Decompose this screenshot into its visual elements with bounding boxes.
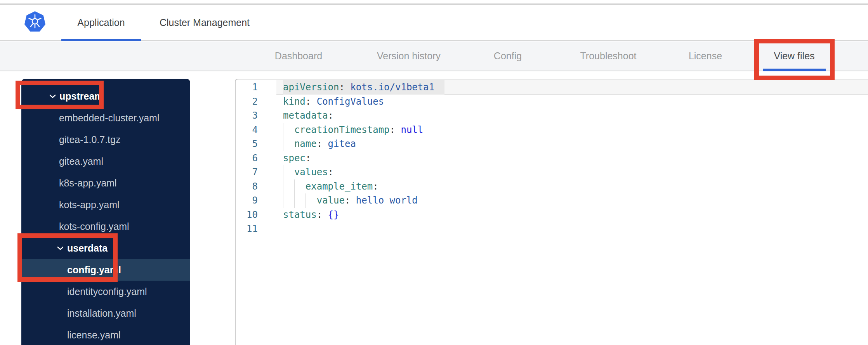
indent-guide	[283, 193, 283, 208]
indent-guide	[294, 193, 295, 208]
line-number: 4	[236, 123, 259, 137]
code-line[interactable]: 7 values:	[236, 165, 868, 179]
tree-file-k8s-app-yaml[interactable]: k8s-app.yaml	[21, 172, 190, 194]
subnav-tab-dashboard[interactable]: Dashboard	[275, 41, 322, 71]
tree-item-label: gitea.yaml	[59, 156, 103, 167]
code-line-content: apiVersion: kots.io/v1beta1	[276, 80, 868, 95]
chevron-down-icon	[49, 94, 56, 98]
tree-folder-upstream[interactable]: upstream	[21, 85, 190, 107]
tree-file-config-yaml[interactable]: config.yaml	[21, 259, 190, 281]
code-line-content: kind: ConfigValues	[283, 95, 868, 109]
code-line[interactable]: 10status: {}	[236, 208, 868, 222]
tree-file-license-yaml[interactable]: license.yaml	[21, 324, 190, 345]
tree-file-kots-config-yaml[interactable]: kots-config.yaml	[21, 216, 190, 237]
code-line[interactable]: 4 creationTimestamp: null	[236, 123, 868, 137]
code-line[interactable]: 6spec:	[236, 151, 868, 166]
line-number: 2	[236, 95, 259, 109]
code-line[interactable]: 8 example_item:	[236, 179, 868, 194]
tree-file-embedded-cluster-yaml[interactable]: embedded-cluster.yaml	[21, 107, 190, 129]
file-tree-panel: upstreamembedded-cluster.yamlgitea-1.0.7…	[21, 79, 190, 345]
subnav-tab-troubleshoot[interactable]: Troubleshoot	[580, 41, 637, 71]
line-number: 9	[236, 193, 259, 208]
chevron-down-icon	[57, 246, 64, 250]
tree-item-label: upstream	[59, 91, 103, 102]
code-line[interactable]: 1apiVersion: kots.io/v1beta1	[236, 80, 868, 95]
code-line[interactable]: 2kind: ConfigValues	[236, 95, 868, 109]
code-line-content: value: hello world	[283, 193, 868, 208]
tree-item-label: kots-config.yaml	[59, 221, 129, 232]
tree-folder-userdata[interactable]: userdata	[21, 237, 190, 259]
code-line-content: status: {}	[283, 208, 868, 222]
code-line-content: metadata:	[283, 109, 868, 123]
tree-file-identityconfig-yaml[interactable]: identityconfig.yaml	[21, 281, 190, 302]
tab-application-label: Application	[77, 17, 125, 28]
code-line-content	[283, 222, 868, 236]
line-number: 6	[236, 151, 259, 166]
indent-guide	[283, 165, 283, 179]
code-line-content: name: gitea	[283, 137, 868, 151]
code-line[interactable]: 11	[236, 222, 868, 236]
code-line-content: creationTimestamp: null	[283, 123, 868, 137]
tree-item-label: kots-app.yaml	[59, 199, 120, 210]
kubernetes-logo-icon	[24, 11, 46, 33]
subnav-tab-version-history[interactable]: Version history	[377, 41, 441, 71]
tree-item-label: config.yaml	[67, 264, 121, 276]
code-line[interactable]: 9 value: hello world	[236, 193, 868, 208]
line-number: 10	[236, 208, 259, 222]
tree-item-label: identityconfig.yaml	[67, 286, 147, 297]
code-line-content: example_item:	[283, 179, 868, 194]
tree-file-gitea-yaml[interactable]: gitea.yaml	[21, 150, 190, 172]
line-number: 3	[236, 109, 259, 123]
tree-file-installation-yaml[interactable]: installation.yaml	[21, 302, 190, 324]
tree-file-gitea-1-0-7-tgz[interactable]: gitea-1.0.7.tgz	[21, 129, 190, 150]
subnav-tab-config[interactable]: Config	[494, 41, 522, 71]
indent-guide	[283, 123, 283, 137]
indent-guide	[283, 137, 283, 151]
line-number: 8	[236, 179, 259, 194]
tree-item-label: embedded-cluster.yaml	[59, 112, 159, 124]
subnav-tab-view-files[interactable]: View files	[774, 41, 814, 71]
kots-admin-console: Application Cluster Management Dashboard…	[0, 0, 868, 345]
tab-cluster-management[interactable]: Cluster Management	[153, 5, 257, 40]
app-header: Application Cluster Management	[0, 5, 868, 41]
tree-item-label: userdata	[67, 243, 108, 254]
line-number: 7	[236, 165, 259, 179]
active-tab-underline	[61, 39, 141, 41]
line-number: 1	[236, 80, 259, 95]
code-line[interactable]: 5 name: gitea	[236, 137, 868, 151]
line-number: 11	[236, 222, 259, 236]
code-line-content: values:	[283, 165, 868, 179]
line-number: 5	[236, 137, 259, 151]
indent-guide	[283, 179, 283, 194]
tree-file-kots-app-yaml[interactable]: kots-app.yaml	[21, 194, 190, 216]
indent-guide	[306, 193, 306, 208]
indent-guide	[294, 179, 295, 194]
current-line-highlight: apiVersion: kots.io/v1beta1	[283, 80, 444, 95]
app-subnav: DashboardVersion historyConfigTroublesho…	[0, 41, 868, 71]
yaml-file-viewer[interactable]: 1apiVersion: kots.io/v1beta12kind: Confi…	[235, 79, 868, 345]
subnav-tab-license[interactable]: License	[689, 41, 722, 71]
tab-application[interactable]: Application	[61, 5, 141, 40]
tree-item-label: k8s-app.yaml	[59, 178, 117, 189]
code-line-content: spec:	[283, 151, 868, 166]
tree-item-label: license.yaml	[67, 329, 121, 341]
tree-item-label: installation.yaml	[67, 308, 136, 319]
code-line[interactable]: 3metadata:	[236, 109, 868, 123]
tree-item-label: gitea-1.0.7.tgz	[59, 134, 120, 145]
tab-cluster-management-label: Cluster Management	[160, 17, 250, 28]
